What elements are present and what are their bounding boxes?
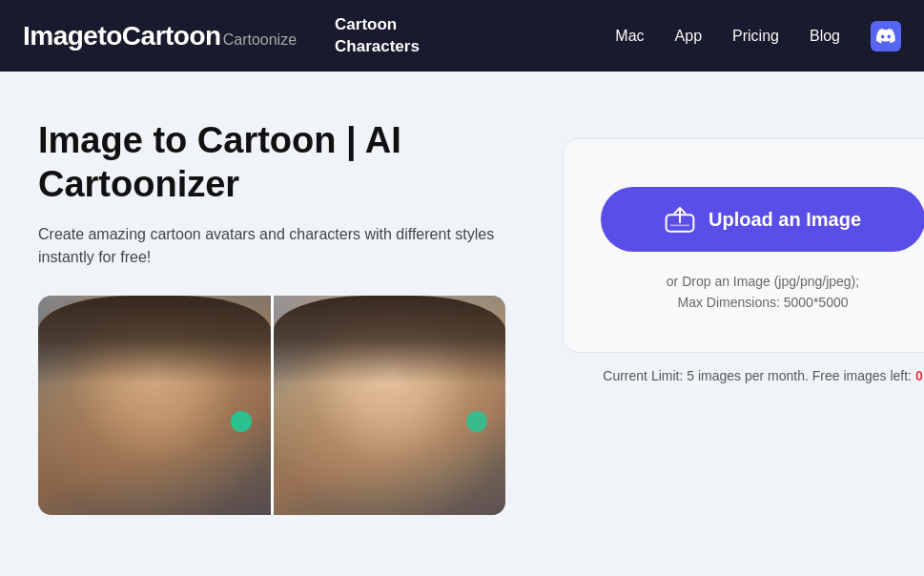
teal-indicator-right xyxy=(466,411,487,432)
main-nav: Mac App Pricing Blog xyxy=(615,21,901,51)
limit-prefix: Current Limit: 5 images per month. Free … xyxy=(603,368,912,383)
drop-hint-line1: or Drop an Image (jpg/png/jpeg); xyxy=(667,271,859,292)
right-section: Upload an Image or Drop an Image (jpg/pn… xyxy=(563,138,924,383)
page-description: Create amazing cartoon avatars and chara… xyxy=(38,223,505,269)
logo-sub-text: Cartoonize xyxy=(223,31,297,49)
cartoon-line2: Characters xyxy=(335,36,420,57)
upload-card: Upload an Image or Drop an Image (jpg/pn… xyxy=(563,138,924,353)
image-divider xyxy=(271,296,274,515)
upload-icon xyxy=(665,204,695,235)
limit-number: 0 xyxy=(915,368,923,383)
left-section: Image to Cartoon | AI Cartoonizer Create… xyxy=(38,119,505,515)
upload-button[interactable]: Upload an Image xyxy=(601,187,924,252)
before-image xyxy=(38,296,271,515)
upload-button-label: Upload an Image xyxy=(708,209,861,231)
nav-blog[interactable]: Blog xyxy=(810,28,840,45)
nav-app[interactable]: App xyxy=(675,28,702,45)
main-content: Image to Cartoon | AI Cartoonizer Create… xyxy=(0,72,924,576)
discord-icon[interactable] xyxy=(871,21,901,51)
cartoon-characters-nav[interactable]: Cartoon Characters xyxy=(335,14,420,56)
cartoon-line1: Cartoon xyxy=(335,14,397,35)
image-showcase xyxy=(38,296,505,515)
nav-pricing[interactable]: Pricing xyxy=(732,28,779,45)
page-title: Image to Cartoon | AI Cartoonizer xyxy=(38,119,505,206)
drop-hint: or Drop an Image (jpg/png/jpeg); Max Dim… xyxy=(667,271,859,314)
drop-hint-line2: Max Dimensions: 5000*5000 xyxy=(667,292,859,313)
header: ImagetoCartoon Cartoonize Cartoon Charac… xyxy=(0,0,924,72)
logo-main-text: ImagetoCartoon xyxy=(23,21,221,51)
logo: ImagetoCartoon Cartoonize xyxy=(23,21,297,51)
after-image xyxy=(274,296,506,515)
current-limit: Current Limit: 5 images per month. Free … xyxy=(603,368,922,383)
nav-mac[interactable]: Mac xyxy=(615,28,644,45)
teal-indicator-left xyxy=(231,411,252,432)
